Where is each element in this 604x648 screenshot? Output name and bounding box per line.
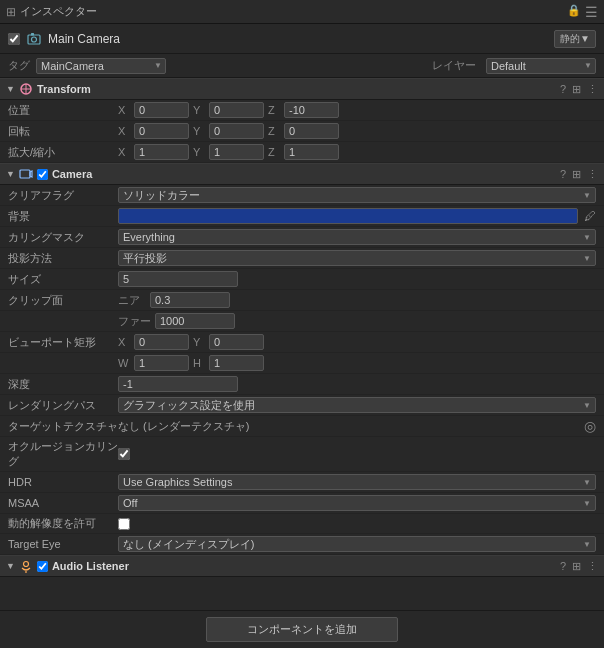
camera-arrow-icon[interactable]: ▼: [6, 169, 15, 179]
target-texture-text: なし (レンダーテクスチャ): [118, 419, 580, 434]
size-input[interactable]: [118, 271, 238, 287]
culling-mask-select[interactable]: Everything: [118, 229, 596, 245]
depth-label: 深度: [8, 377, 118, 392]
transform-section-header: ▼ Transform ? ⊞ ⋮: [0, 78, 604, 100]
msaa-select[interactable]: Off: [118, 495, 596, 511]
pos-z-input[interactable]: [284, 102, 339, 118]
target-texture-icon[interactable]: ◎: [584, 418, 596, 434]
viewport-xy: X Y: [118, 334, 596, 350]
viewport-y-input[interactable]: [209, 334, 264, 350]
audio-listener-actions: ? ⊞ ⋮: [560, 560, 598, 573]
audio-menu-icon[interactable]: ⋮: [587, 560, 598, 573]
scale-label: 拡大/縮小: [8, 145, 118, 160]
scale-xyz: X Y Z: [118, 144, 596, 160]
scale-z-label: Z: [268, 146, 280, 158]
viewport-xy-row: ビューポート矩形 X Y: [0, 332, 604, 353]
svg-marker-7: [30, 171, 32, 177]
camera-settings-icon[interactable]: ⊞: [572, 168, 581, 181]
scale-y-input[interactable]: [209, 144, 264, 160]
background-label: 背景: [8, 209, 118, 224]
tag-select[interactable]: MainCamera: [36, 58, 166, 74]
layer-select-wrapper: Default ▼: [486, 58, 596, 74]
pos-y-label: Y: [193, 104, 205, 116]
size-value: [118, 271, 596, 287]
camera-section-header: ▼ Camera ? ⊞ ⋮: [0, 163, 604, 185]
pos-x-input[interactable]: [134, 102, 189, 118]
audio-active-checkbox[interactable]: [37, 561, 48, 572]
camera-menu-icon[interactable]: ⋮: [587, 168, 598, 181]
rendering-path-row: レンダリングパス グラフィックス設定を使用 ▼: [0, 395, 604, 416]
clear-flags-select-container: ソリッドカラー ▼: [118, 187, 596, 203]
viewport-wh-row: W H: [0, 353, 604, 374]
culling-mask-row: カリングマスク Everything ▼: [0, 227, 604, 248]
viewport-h-input[interactable]: [209, 355, 264, 371]
rot-z-label: Z: [268, 125, 280, 137]
target-eye-select[interactable]: なし (メインディスプレイ): [118, 536, 596, 552]
title-bar-icons: 🔒 ☰: [567, 4, 598, 20]
hdr-select-container: Use Graphics Settings ▼: [118, 474, 596, 490]
near-input[interactable]: [150, 292, 230, 308]
rendering-path-label: レンダリングパス: [8, 398, 118, 413]
audio-listener-icon: [19, 559, 33, 573]
scale-x-label: X: [118, 146, 130, 158]
svg-point-1: [32, 37, 37, 42]
projection-row: 投影方法 平行投影 ▼: [0, 248, 604, 269]
occlusion-culling-label: オクルージョンカリング: [8, 439, 118, 469]
clipping-far-row: ファー: [0, 311, 604, 332]
hdr-row: HDR Use Graphics Settings ▼: [0, 472, 604, 493]
depth-row: 深度: [0, 374, 604, 395]
static-badge[interactable]: 静的▼: [554, 30, 596, 48]
audio-settings-icon[interactable]: ⊞: [572, 560, 581, 573]
viewport-w-input[interactable]: [134, 355, 189, 371]
viewport-y-label: Y: [193, 336, 205, 348]
transform-menu-icon[interactable]: ⋮: [587, 83, 598, 96]
rotation-label: 回転: [8, 124, 118, 139]
scale-x-input[interactable]: [134, 144, 189, 160]
projection-select[interactable]: 平行投影: [118, 250, 596, 266]
layer-select[interactable]: Default: [486, 58, 596, 74]
depth-value: [118, 376, 596, 392]
scale-y-label: Y: [193, 146, 205, 158]
allow-dynamic-res-checkbox[interactable]: [118, 518, 130, 530]
rendering-path-select[interactable]: グラフィックス設定を使用: [118, 397, 596, 413]
scale-z-input[interactable]: [284, 144, 339, 160]
rotation-row: 回転 X Y Z: [0, 121, 604, 142]
rot-x-input[interactable]: [134, 123, 189, 139]
background-color-swatch[interactable]: [118, 208, 578, 224]
add-component-button[interactable]: コンポーネントを追加: [206, 617, 398, 642]
transform-settings-icon[interactable]: ⊞: [572, 83, 581, 96]
svg-rect-6: [20, 170, 30, 178]
clear-flags-row: クリアフラグ ソリッドカラー ▼: [0, 185, 604, 206]
transform-arrow-icon[interactable]: ▼: [6, 84, 15, 94]
background-value: 🖊: [118, 208, 596, 224]
audio-arrow-icon[interactable]: ▼: [6, 561, 15, 571]
allow-dynamic-res-label: 動的解像度を許可: [8, 516, 118, 531]
hdr-select[interactable]: Use Graphics Settings: [118, 474, 596, 490]
color-picker-icon[interactable]: 🖊: [584, 209, 596, 223]
occlusion-culling-checkbox[interactable]: [118, 448, 130, 460]
menu-icon[interactable]: ☰: [585, 4, 598, 20]
object-active-checkbox[interactable]: [8, 33, 20, 45]
rotation-xyz: X Y Z: [118, 123, 596, 139]
audio-help-icon[interactable]: ?: [560, 560, 566, 573]
rot-y-input[interactable]: [209, 123, 264, 139]
viewport-x-input[interactable]: [134, 334, 189, 350]
hdr-label: HDR: [8, 476, 118, 488]
audio-listener-section-header: ▼ Audio Listener ? ⊞ ⋮: [0, 555, 604, 577]
transform-help-icon[interactable]: ?: [560, 83, 566, 96]
tag-label: タグ: [8, 58, 30, 73]
clear-flags-select[interactable]: ソリッドカラー: [118, 187, 596, 203]
allow-dynamic-res-row: 動的解像度を許可: [0, 514, 604, 534]
lock-icon[interactable]: 🔒: [567, 4, 581, 20]
camera-help-icon[interactable]: ?: [560, 168, 566, 181]
viewport-label: ビューポート矩形: [8, 335, 118, 350]
pos-y-input[interactable]: [209, 102, 264, 118]
depth-input[interactable]: [118, 376, 238, 392]
far-input[interactable]: [155, 313, 235, 329]
rot-z-input[interactable]: [284, 123, 339, 139]
tag-layer-row: タグ MainCamera ▼ レイヤー Default ▼: [0, 54, 604, 78]
camera-active-checkbox[interactable]: [37, 169, 48, 180]
object-name: Main Camera: [48, 32, 548, 46]
target-eye-row: Target Eye なし (メインディスプレイ) ▼: [0, 534, 604, 555]
rendering-path-select-container: グラフィックス設定を使用 ▼: [118, 397, 596, 413]
